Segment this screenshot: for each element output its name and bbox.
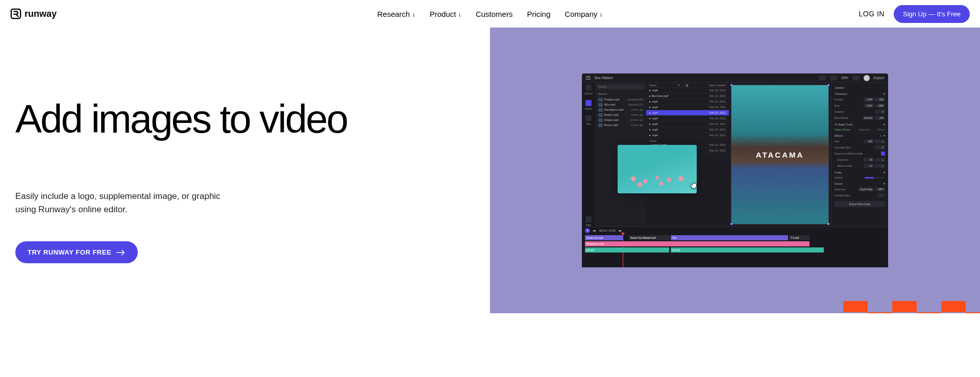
section-effects: Effects+▾ [835, 134, 885, 137]
clip-audio1[interactable]: p3.mp3 [585, 247, 669, 253]
add-effect-icon[interactable]: + [880, 134, 881, 137]
position-x-input[interactable]: 1460 [864, 97, 874, 102]
audio-label: Audio [646, 138, 729, 142]
item-date: Feb 20, 2021 [709, 143, 726, 146]
recent-item[interactable]: Protest.mp4Uploading 56% [595, 97, 646, 102]
list-item[interactable]: ▸ .mp4Feb 20, 2021 [646, 133, 729, 138]
properties-panel: Untitled Transform▾ Position1460580 Size… [831, 83, 888, 227]
redo-icon[interactable] [830, 76, 837, 81]
list-item[interactable]: ▸ .mp4Feb 20, 2021 [646, 105, 729, 110]
export-raw-button[interactable]: Export Raw Data [835, 201, 885, 207]
blend-mode-select[interactable]: Normal [863, 116, 874, 120]
menu-icon[interactable] [586, 76, 591, 80]
black-input[interactable]: 14 [864, 164, 874, 168]
export-ext-select[interactable]: MP4 [875, 187, 885, 191]
rail-upload[interactable]: Upload [584, 85, 593, 95]
list-header: Name ⇅ ↓ ▦ Date Created [646, 83, 729, 88]
site-header: runway Research↓ Product↓ Customers Pric… [0, 0, 980, 28]
selection-handles[interactable] [731, 85, 828, 224]
list-item[interactable]: ▸ .mp4Feb 20, 2021 [646, 116, 729, 121]
list-item[interactable]: ▸ .mp4Feb 20, 2021 [646, 110, 729, 116]
position-y-input[interactable]: 580 [875, 97, 885, 102]
list-item[interactable]: ▸ the-Cuts.mp4Feb 20, 2021 [646, 93, 729, 99]
login-link[interactable]: LOG IN [859, 10, 885, 18]
nav-company[interactable]: Company↓ [565, 10, 603, 18]
avatar[interactable] [864, 75, 870, 81]
filter-icon[interactable]: ⇅ [677, 84, 680, 87]
collapse-icon[interactable]: ▾ [884, 134, 885, 137]
hue-input[interactable]: 180 [864, 139, 874, 143]
chevron-down-icon: ↓ [412, 10, 415, 18]
include-audio-toggle[interactable] [877, 193, 885, 197]
zoom-level[interactable]: 33% [841, 76, 848, 80]
exposure-input[interactable]: 18 [864, 158, 874, 162]
rail-text[interactable]: Text [584, 115, 593, 125]
nav-product[interactable]: Product↓ [430, 10, 461, 18]
undo-icon[interactable] [819, 76, 826, 81]
main-nav: Research↓ Product↓ Customers Pricing Com… [377, 10, 603, 18]
timecode: 00:02 / 15:00 [599, 229, 616, 232]
recent-item[interactable]: 4Ex.mp4Exporting 27% [595, 102, 646, 107]
hue-arrows[interactable]: ‹› [875, 139, 885, 143]
brand-logo[interactable]: runway [10, 8, 57, 19]
clip-text[interactable]: Text [671, 235, 788, 240]
clip-scene2[interactable]: Scene-Two-Masked.mp4 [629, 235, 670, 240]
list-item[interactable]: ▸ .mp4Feb 20, 2021 [646, 127, 729, 133]
prop-export-as: Export asDepth MapMP4 [835, 187, 885, 192]
item-date: Feb 20, 2021 [709, 117, 726, 120]
sort-icon[interactable]: ↓ [682, 84, 683, 87]
runway-logo-icon [10, 8, 21, 19]
collapse-icon[interactable]: ▾ [884, 182, 885, 185]
list-item[interactable]: ▸ .mp4Feb 20, 2021 [646, 99, 729, 105]
search-input[interactable]: Search [597, 84, 645, 89]
clip-scene1[interactable]: Scene One.mp4 [585, 235, 623, 240]
blend-pct-input[interactable]: 100 [875, 116, 885, 120]
nav-research[interactable]: Research↓ [377, 10, 415, 18]
recent-item[interactable]: Mountains.mp42 mins. ago [595, 107, 646, 112]
gauss-input[interactable]: 0 [875, 145, 885, 149]
item-date: Feb 20, 2021 [709, 128, 726, 131]
recent-item[interactable]: Shoes.mp412 mins. ago [595, 117, 646, 122]
col-date[interactable]: Date Created [709, 84, 726, 87]
item-date: Feb 20, 2021 [709, 134, 726, 137]
prop-green-screen[interactable]: Green ScreenInpaintingMotion [835, 128, 885, 132]
signup-button[interactable]: Sign Up — It's Free [894, 5, 970, 23]
timeline-tracks[interactable]: Scene One.mp4 Scene-Two-Masked.mp4 Text … [582, 234, 888, 267]
clip-audio2[interactable]: p3.mp3 [671, 247, 824, 253]
col-name[interactable]: Name [649, 84, 657, 87]
editor-topbar: Bus Station 33% Export [582, 73, 888, 83]
recent-item[interactable]: Room.mp44 mins. ago [595, 122, 646, 128]
layout-icon[interactable] [852, 76, 860, 81]
cta-button[interactable]: TRY RUNWAY FOR FREE [15, 241, 138, 263]
volume-slider[interactable] [865, 177, 885, 179]
play-button[interactable] [585, 228, 590, 233]
skip-back-icon[interactable]: ⏮ [593, 229, 596, 232]
collapse-icon[interactable]: ▾ [884, 92, 885, 95]
export-fmt-select[interactable]: Depth Map [859, 187, 874, 191]
clip-name: Untitled [835, 86, 885, 89]
collapse-icon[interactable]: ▾ [884, 171, 885, 174]
clip-t3[interactable]: T-3.mp4 [789, 235, 810, 240]
file-thumb-icon [598, 113, 603, 117]
clip-background[interactable]: Background.mp4 [585, 241, 810, 246]
grid-icon[interactable]: ▦ [685, 84, 689, 87]
rotation-input[interactable]: 0 [875, 110, 885, 114]
size-w-input[interactable]: 1920 [864, 104, 874, 108]
file-status: Uploading 56% [627, 98, 643, 101]
export-button[interactable]: Export [874, 76, 884, 80]
file-name: Protest.mp4 [604, 98, 620, 101]
list-item[interactable]: ▸ .mp4Feb 20, 2021 [646, 121, 729, 127]
preview-pane: ATACAMA [729, 83, 831, 227]
size-h-input[interactable]: 1080 [875, 104, 885, 108]
list-item[interactable]: ▸ .mp4Feb 20, 2021 [646, 88, 729, 93]
rail-help[interactable]: Help [584, 216, 593, 227]
nav-pricing[interactable]: Pricing [527, 10, 550, 18]
collapse-icon[interactable]: ▾ [884, 123, 885, 126]
skip-fwd-icon[interactable]: ⏭ [619, 229, 622, 232]
nav-customers[interactable]: Customers [476, 10, 513, 18]
expbl-toggle[interactable] [881, 152, 885, 156]
rail-assets[interactable]: Assets [584, 100, 593, 110]
canvas[interactable]: ATACAMA [731, 85, 829, 224]
dragged-thumbnail[interactable] [618, 145, 697, 193]
recent-item[interactable]: Beach.mp44 mins. ago [595, 112, 646, 117]
